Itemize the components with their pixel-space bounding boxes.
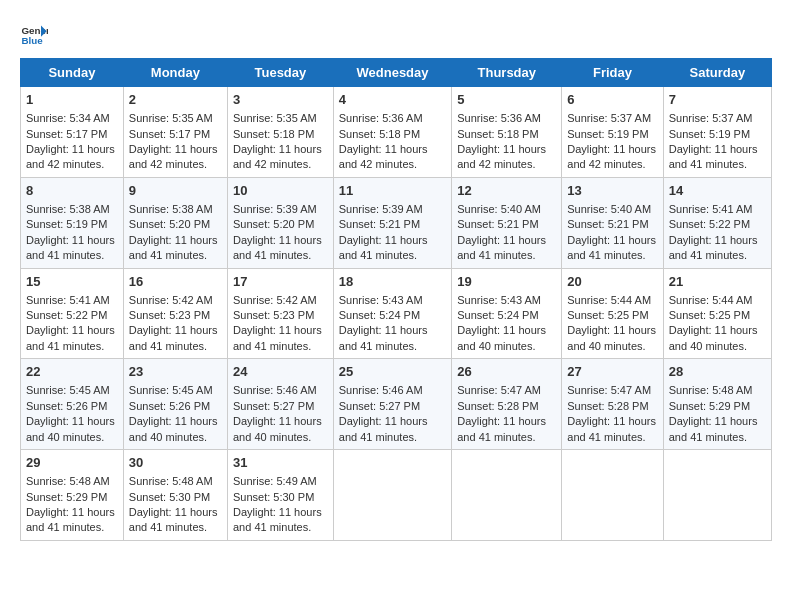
day-number: 12: [457, 182, 556, 200]
calendar-cell: 11Sunrise: 5:39 AMSunset: 5:21 PMDayligh…: [333, 177, 451, 268]
sunset-text: Sunset: 5:25 PM: [567, 309, 648, 321]
sunrise-text: Sunrise: 5:36 AM: [457, 112, 541, 124]
sunset-text: Sunset: 5:22 PM: [26, 309, 107, 321]
calendar-cell: 24Sunrise: 5:46 AMSunset: 5:27 PMDayligh…: [227, 359, 333, 450]
sunrise-text: Sunrise: 5:45 AM: [26, 384, 110, 396]
calendar-cell: 27Sunrise: 5:47 AMSunset: 5:28 PMDayligh…: [562, 359, 663, 450]
day-header-sunday: Sunday: [21, 59, 124, 87]
sunset-text: Sunset: 5:26 PM: [129, 400, 210, 412]
daylight-text: Daylight: 11 hours and 41 minutes.: [26, 506, 115, 533]
sunrise-text: Sunrise: 5:37 AM: [669, 112, 753, 124]
daylight-text: Daylight: 11 hours and 42 minutes.: [26, 143, 115, 170]
day-number: 10: [233, 182, 328, 200]
sunset-text: Sunset: 5:24 PM: [339, 309, 420, 321]
sunrise-text: Sunrise: 5:43 AM: [339, 294, 423, 306]
sunrise-text: Sunrise: 5:47 AM: [567, 384, 651, 396]
sunset-text: Sunset: 5:23 PM: [129, 309, 210, 321]
day-number: 21: [669, 273, 766, 291]
daylight-text: Daylight: 11 hours and 40 minutes.: [233, 415, 322, 442]
daylight-text: Daylight: 11 hours and 40 minutes.: [669, 324, 758, 351]
svg-text:Blue: Blue: [21, 35, 43, 46]
sunrise-text: Sunrise: 5:37 AM: [567, 112, 651, 124]
calendar-cell: 9Sunrise: 5:38 AMSunset: 5:20 PMDaylight…: [123, 177, 227, 268]
daylight-text: Daylight: 11 hours and 41 minutes.: [567, 234, 656, 261]
calendar-week-5: 29Sunrise: 5:48 AMSunset: 5:29 PMDayligh…: [21, 450, 772, 541]
sunset-text: Sunset: 5:17 PM: [129, 128, 210, 140]
daylight-text: Daylight: 11 hours and 41 minutes.: [26, 234, 115, 261]
daylight-text: Daylight: 11 hours and 41 minutes.: [457, 415, 546, 442]
calendar-cell: 3Sunrise: 5:35 AMSunset: 5:18 PMDaylight…: [227, 87, 333, 178]
calendar-cell: 2Sunrise: 5:35 AMSunset: 5:17 PMDaylight…: [123, 87, 227, 178]
calendar-cell: 13Sunrise: 5:40 AMSunset: 5:21 PMDayligh…: [562, 177, 663, 268]
day-number: 28: [669, 363, 766, 381]
day-number: 13: [567, 182, 657, 200]
calendar-cell: 30Sunrise: 5:48 AMSunset: 5:30 PMDayligh…: [123, 450, 227, 541]
calendar-week-2: 8Sunrise: 5:38 AMSunset: 5:19 PMDaylight…: [21, 177, 772, 268]
calendar-body: 1Sunrise: 5:34 AMSunset: 5:17 PMDaylight…: [21, 87, 772, 541]
daylight-text: Daylight: 11 hours and 41 minutes.: [339, 234, 428, 261]
daylight-text: Daylight: 11 hours and 42 minutes.: [457, 143, 546, 170]
sunset-text: Sunset: 5:21 PM: [567, 218, 648, 230]
calendar-cell: 16Sunrise: 5:42 AMSunset: 5:23 PMDayligh…: [123, 268, 227, 359]
day-number: 27: [567, 363, 657, 381]
calendar-cell: 1Sunrise: 5:34 AMSunset: 5:17 PMDaylight…: [21, 87, 124, 178]
sunset-text: Sunset: 5:21 PM: [457, 218, 538, 230]
sunset-text: Sunset: 5:26 PM: [26, 400, 107, 412]
sunset-text: Sunset: 5:30 PM: [129, 491, 210, 503]
daylight-text: Daylight: 11 hours and 41 minutes.: [339, 324, 428, 351]
calendar-cell: 7Sunrise: 5:37 AMSunset: 5:19 PMDaylight…: [663, 87, 771, 178]
daylight-text: Daylight: 11 hours and 41 minutes.: [233, 324, 322, 351]
calendar-cell: 26Sunrise: 5:47 AMSunset: 5:28 PMDayligh…: [452, 359, 562, 450]
sunrise-text: Sunrise: 5:46 AM: [339, 384, 423, 396]
calendar-cell: 6Sunrise: 5:37 AMSunset: 5:19 PMDaylight…: [562, 87, 663, 178]
calendar-cell: 10Sunrise: 5:39 AMSunset: 5:20 PMDayligh…: [227, 177, 333, 268]
daylight-text: Daylight: 11 hours and 41 minutes.: [669, 234, 758, 261]
calendar-cell: 28Sunrise: 5:48 AMSunset: 5:29 PMDayligh…: [663, 359, 771, 450]
calendar-cell: [333, 450, 451, 541]
sunset-text: Sunset: 5:22 PM: [669, 218, 750, 230]
sunrise-text: Sunrise: 5:40 AM: [567, 203, 651, 215]
sunrise-text: Sunrise: 5:34 AM: [26, 112, 110, 124]
daylight-text: Daylight: 11 hours and 42 minutes.: [233, 143, 322, 170]
day-header-friday: Friday: [562, 59, 663, 87]
logo-icon: General Blue: [20, 20, 48, 48]
sunset-text: Sunset: 5:28 PM: [457, 400, 538, 412]
sunrise-text: Sunrise: 5:40 AM: [457, 203, 541, 215]
day-number: 16: [129, 273, 222, 291]
daylight-text: Daylight: 11 hours and 41 minutes.: [567, 415, 656, 442]
calendar-cell: 21Sunrise: 5:44 AMSunset: 5:25 PMDayligh…: [663, 268, 771, 359]
sunset-text: Sunset: 5:20 PM: [129, 218, 210, 230]
calendar-week-3: 15Sunrise: 5:41 AMSunset: 5:22 PMDayligh…: [21, 268, 772, 359]
day-number: 24: [233, 363, 328, 381]
sunset-text: Sunset: 5:25 PM: [669, 309, 750, 321]
day-number: 14: [669, 182, 766, 200]
daylight-text: Daylight: 11 hours and 40 minutes.: [26, 415, 115, 442]
daylight-text: Daylight: 11 hours and 41 minutes.: [669, 143, 758, 170]
daylight-text: Daylight: 11 hours and 41 minutes.: [129, 234, 218, 261]
calendar-table: SundayMondayTuesdayWednesdayThursdayFrid…: [20, 58, 772, 541]
daylight-text: Daylight: 11 hours and 40 minutes.: [457, 324, 546, 351]
day-number: 19: [457, 273, 556, 291]
daylight-text: Daylight: 11 hours and 41 minutes.: [233, 506, 322, 533]
daylight-text: Daylight: 11 hours and 41 minutes.: [233, 234, 322, 261]
day-number: 6: [567, 91, 657, 109]
daylight-text: Daylight: 11 hours and 42 minutes.: [339, 143, 428, 170]
day-header-monday: Monday: [123, 59, 227, 87]
day-number: 30: [129, 454, 222, 472]
sunrise-text: Sunrise: 5:48 AM: [669, 384, 753, 396]
daylight-text: Daylight: 11 hours and 41 minutes.: [129, 324, 218, 351]
sunset-text: Sunset: 5:19 PM: [567, 128, 648, 140]
day-number: 4: [339, 91, 446, 109]
day-number: 1: [26, 91, 118, 109]
sunrise-text: Sunrise: 5:35 AM: [129, 112, 213, 124]
day-number: 18: [339, 273, 446, 291]
daylight-text: Daylight: 11 hours and 42 minutes.: [129, 143, 218, 170]
day-number: 29: [26, 454, 118, 472]
sunset-text: Sunset: 5:24 PM: [457, 309, 538, 321]
sunset-text: Sunset: 5:23 PM: [233, 309, 314, 321]
sunset-text: Sunset: 5:28 PM: [567, 400, 648, 412]
sunrise-text: Sunrise: 5:39 AM: [233, 203, 317, 215]
sunrise-text: Sunrise: 5:48 AM: [129, 475, 213, 487]
sunrise-text: Sunrise: 5:42 AM: [129, 294, 213, 306]
calendar-cell: 19Sunrise: 5:43 AMSunset: 5:24 PMDayligh…: [452, 268, 562, 359]
